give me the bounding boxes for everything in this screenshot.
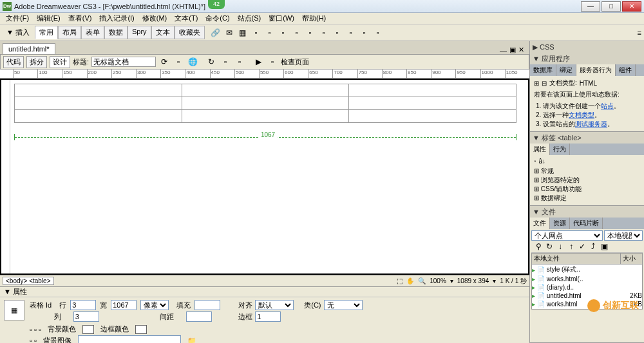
align-select[interactable]: 默认 <box>255 300 294 310</box>
server-icon[interactable]: ▫ <box>305 27 316 39</box>
bgcolor-swatch[interactable] <box>82 325 94 334</box>
zoom-level[interactable]: 100% <box>430 277 446 284</box>
email-icon[interactable]: ✉ <box>223 27 235 39</box>
app-tab[interactable]: 绑定 <box>556 64 576 76</box>
spacing-input[interactable] <box>186 311 212 322</box>
doc-close-icon[interactable]: ✕ <box>518 46 524 54</box>
date-icon[interactable]: ▫ <box>291 27 303 39</box>
padding-input[interactable] <box>194 300 220 310</box>
width-unit-select[interactable]: 像素 <box>140 300 169 310</box>
tag-panel-head[interactable]: ▼ 标签 <table> <box>530 132 644 144</box>
menu-item[interactable]: 插入记录(I) <box>96 13 137 24</box>
templates-icon[interactable]: ▫ <box>359 27 370 39</box>
bgimage-input[interactable] <box>78 335 181 343</box>
step-link[interactable]: 测试服务器 <box>575 120 607 127</box>
tag-selector[interactable]: <body> <table> <box>3 277 54 285</box>
files-tab[interactable]: 文件 <box>530 218 550 229</box>
checkout-icon[interactable]: ✓ <box>578 242 587 251</box>
tb-a-icon[interactable]: ⟳ <box>158 56 170 68</box>
files-tab[interactable]: 代码片断 <box>570 218 603 229</box>
col-size[interactable]: 大小 <box>620 254 642 264</box>
plus-icon[interactable]: ⊞ <box>534 80 539 87</box>
div-icon[interactable]: ▫ <box>278 27 289 39</box>
minus-icon[interactable]: ⊟ <box>542 80 547 87</box>
refresh-icon[interactable]: ↻ <box>545 242 554 251</box>
step-link[interactable]: 站点 <box>601 102 614 109</box>
code-view-button[interactable]: 代码 <box>3 56 24 68</box>
close-button[interactable]: ✕ <box>622 1 641 12</box>
menu-item[interactable]: 编辑(E) <box>33 13 64 24</box>
insert-tab[interactable]: Spry <box>128 26 151 39</box>
menu-item[interactable]: 命令(C) <box>202 13 232 24</box>
step-link[interactable]: 文档类型 <box>569 111 594 118</box>
tb-globe-icon[interactable]: 🌐 <box>187 56 198 68</box>
menu-item[interactable]: 修改(M) <box>139 13 171 24</box>
connect-icon[interactable]: ⚲ <box>534 242 543 251</box>
insert-tab[interactable]: 数据 <box>104 26 128 39</box>
document-title-input[interactable] <box>91 57 156 67</box>
tb-refresh-icon[interactable]: ↻ <box>205 56 217 68</box>
file-row[interactable]: ▸ 📄(diary).d.. <box>532 283 642 292</box>
check-page-label[interactable]: 检查页面 <box>281 57 309 67</box>
notification-badge[interactable]: 42 <box>208 0 225 9</box>
doc-minimize-icon[interactable]: — <box>500 46 507 54</box>
app-panel-head[interactable]: ▼ 应用程序 <box>530 53 644 64</box>
zoom-tool-icon[interactable]: 🔍 <box>418 277 426 284</box>
design-canvas[interactable]: 1067 <box>0 79 529 275</box>
image-icon[interactable]: ▫ <box>251 27 262 39</box>
menu-item[interactable]: 查看(V) <box>65 13 95 24</box>
insert-tab[interactable]: 布局 <box>58 26 81 39</box>
class-select[interactable]: 无 <box>324 300 363 310</box>
put-icon[interactable]: ↑ <box>567 242 576 251</box>
doc-restore-icon[interactable]: ▣ <box>509 46 516 54</box>
media-icon[interactable]: ▫ <box>264 27 276 39</box>
tb-options-icon[interactable]: ▫ <box>234 56 245 68</box>
panel-menu-icon[interactable]: ≡ <box>638 29 641 37</box>
comment-icon[interactable]: ▫ <box>318 27 330 39</box>
tag-category[interactable]: ⊞ 常规 <box>534 167 640 176</box>
files-tab[interactable]: 资源 <box>550 218 570 229</box>
css-panel-head[interactable]: ▶ CSS <box>530 41 644 53</box>
app-tab[interactable]: 组件 <box>616 64 636 76</box>
menu-item[interactable]: 文件(F) <box>3 13 32 24</box>
hyperlink-icon[interactable]: 🔗 <box>210 27 222 39</box>
maximize-button[interactable]: □ <box>601 1 621 12</box>
tag-category[interactable]: ⊞ 数据绑定 <box>534 194 640 203</box>
file-row[interactable]: ▸ 📄works.html(.. <box>532 275 642 283</box>
cols-input[interactable] <box>73 311 99 322</box>
tag-tab[interactable]: 行为 <box>550 144 570 155</box>
tag-category[interactable]: ⊞ 浏览器特定的 <box>534 176 640 185</box>
insert-tab[interactable]: 常用 <box>35 26 58 39</box>
checkin-icon[interactable]: ⤴ <box>589 242 598 251</box>
selected-table[interactable] <box>14 84 516 123</box>
insert-tab[interactable]: 文本 <box>151 26 175 39</box>
tag-icon[interactable]: ▫ <box>372 27 384 39</box>
table-icon[interactable]: ▦ <box>237 27 249 39</box>
insert-tab[interactable]: 表单 <box>81 26 104 39</box>
tb-view-icon[interactable]: ▫ <box>220 56 231 68</box>
app-tab[interactable]: 数据库 <box>530 64 556 76</box>
files-panel-head[interactable]: ▼ 文件 <box>530 206 644 218</box>
view-select[interactable]: 本地视图 <box>604 230 643 241</box>
select-tool-icon[interactable]: ⬚ <box>397 277 402 284</box>
justify-icons[interactable]: ▫ ▫ ▫ <box>30 326 41 333</box>
document-tab[interactable]: untitled.html* <box>3 43 55 54</box>
site-select[interactable]: 个人网点 <box>531 230 603 241</box>
get-icon[interactable]: ↓ <box>556 242 565 251</box>
tb-b-icon[interactable]: ▫ <box>173 56 184 68</box>
hand-tool-icon[interactable]: ✋ <box>406 277 414 284</box>
bordercolor-swatch[interactable] <box>135 325 147 334</box>
menu-item[interactable]: 窗口(W) <box>265 13 298 24</box>
insert-tab[interactable]: 收藏夹 <box>175 26 205 39</box>
app-tab[interactable]: 服务器行为 <box>576 64 616 76</box>
window-dimensions[interactable]: 1089 x 394 <box>457 277 489 284</box>
split-view-button[interactable]: 拆分 <box>26 56 47 68</box>
expand-icon[interactable]: ▣ <box>600 242 609 251</box>
properties-header[interactable]: ▼ 属性 <box>0 287 529 297</box>
browse-icon[interactable]: 📁 <box>187 337 196 344</box>
tag-category[interactable]: ⊞ CSS/辅助功能 <box>534 185 640 194</box>
border-input[interactable] <box>255 311 281 322</box>
script-icon[interactable]: ▫ <box>345 27 357 39</box>
head-icon[interactable]: ▫ <box>332 27 343 39</box>
rows-input[interactable] <box>70 300 96 310</box>
